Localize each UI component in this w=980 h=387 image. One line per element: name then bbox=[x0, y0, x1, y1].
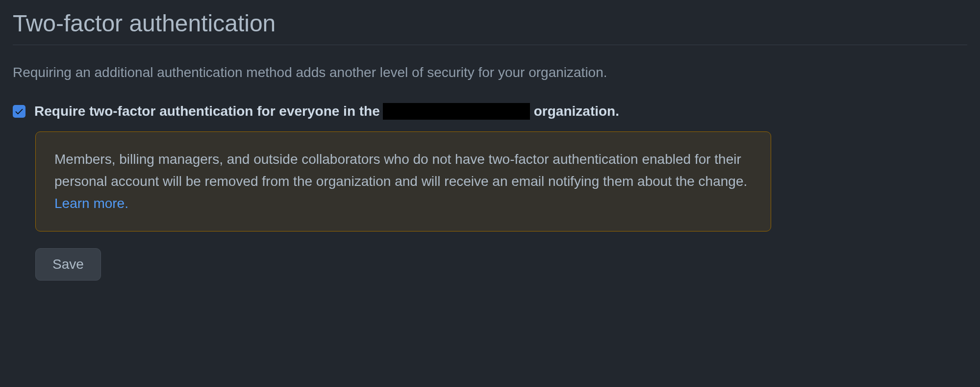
save-button[interactable]: Save bbox=[35, 248, 101, 281]
require-2fa-row: Require two-factor authentication for ev… bbox=[13, 103, 967, 120]
section-description: Requiring an additional authentication m… bbox=[13, 65, 967, 80]
warning-notice: Members, billing managers, and outside c… bbox=[35, 131, 771, 232]
warning-text: Members, billing managers, and outside c… bbox=[54, 152, 747, 189]
section-title: Two-factor authentication bbox=[13, 10, 967, 45]
label-suffix: organization. bbox=[534, 103, 619, 119]
org-name-redacted bbox=[383, 103, 530, 120]
require-2fa-checkbox[interactable] bbox=[13, 105, 25, 118]
learn-more-link[interactable]: Learn more. bbox=[54, 196, 128, 211]
require-2fa-label[interactable]: Require two-factor authentication for ev… bbox=[34, 103, 619, 120]
check-icon bbox=[14, 106, 24, 116]
label-prefix: Require two-factor authentication for ev… bbox=[34, 103, 380, 119]
